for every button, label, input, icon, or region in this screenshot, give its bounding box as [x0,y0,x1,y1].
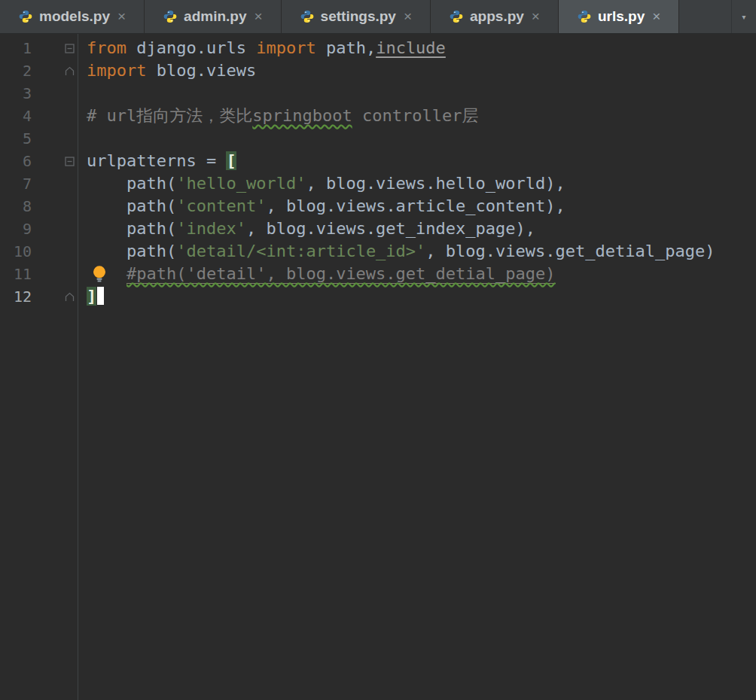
line-number: 4 [0,105,32,127]
line-number: 5 [0,127,32,150]
tab-label: settings.py [321,8,396,25]
code-line-4[interactable]: # url指向方法，类比springboot controller层 [78,105,756,127]
code-line-6[interactable]: urlpatterns = [ [78,150,756,172]
fold-spacer [61,82,78,105]
code-token: # url指向方法，类比 [87,106,252,125]
tab-list-dropdown-icon[interactable]: ▾ [731,0,756,33]
code-token: blog.views [146,61,256,80]
tab-label: models.py [39,8,110,25]
line-number: 6 [0,150,32,172]
ide-window: { "tab_bar": { "tabs": [ {"label": "mode… [0,0,756,700]
code-token: , blog.views.hello_world), [306,174,565,193]
fold-spacer [61,218,78,240]
code-token: include [376,38,446,57]
code-area[interactable]: from django.urls import path,includeimpo… [78,34,756,700]
line-number: 12 [0,285,32,308]
tab-label: urls.py [598,8,645,25]
line-number: 10 [0,240,32,263]
text-caret [97,287,104,305]
tab-close-icon[interactable]: × [652,8,660,25]
python-file-icon [163,9,178,24]
code-token: ] [87,287,96,306]
code-token: 'content' [176,196,266,215]
code-token: path, [316,38,376,57]
python-file-icon [449,9,464,24]
python-file-icon [18,9,33,24]
line-number: 3 [0,82,32,105]
tab-label: admin.py [184,8,246,25]
python-file-icon [577,9,592,24]
code-token: django.urls [127,38,256,57]
tab-settings-py[interactable]: settings.py× [282,0,431,33]
line-number: 7 [0,172,32,195]
fold-spacer [61,127,78,150]
code-token: 'index' [176,219,246,238]
code-token: urlpatterns = [87,151,226,170]
code-line-1[interactable]: from django.urls import path,include [78,37,756,59]
tab-close-icon[interactable]: × [404,8,412,25]
code-line-11[interactable]: #path('detail', blog.views.get_detial_pa… [78,263,756,285]
code-token: , blog.views.get_detial_page) [425,242,715,260]
tab-label: apps.py [470,8,524,25]
code-line-2[interactable]: import blog.views [78,59,756,82]
code-token: springboot [252,106,352,125]
code-token: , blog.views.article_content), [266,196,565,215]
code-line-9[interactable]: path('index', blog.views.get_index_page)… [78,218,756,240]
line-number: 9 [0,218,32,240]
tab-close-icon[interactable]: × [117,8,126,25]
fold-spacer [61,240,78,263]
code-line-7[interactable]: path('hello_world', blog.views.hello_wor… [78,172,756,195]
line-number: 8 [0,195,32,218]
code-token: path( [87,242,176,260]
code-token: controller层 [352,106,479,125]
tab-urls-py[interactable]: urls.py× [559,0,679,33]
line-number: 1 [0,37,32,59]
code-line-8[interactable]: path('content', blog.views.article_conte… [78,195,756,218]
fold-spacer [61,263,78,285]
code-line-5[interactable] [78,127,756,150]
code-token: path( [87,219,176,238]
python-file-icon [300,9,315,24]
code-token: , blog.views.get_index_page), [246,219,535,238]
fold-start-icon[interactable] [61,150,78,172]
editor-gutter: 123456789101112 [0,34,78,700]
code-token: 'hello_world' [176,174,306,193]
code-line-10[interactable]: path('detail/<int:article_id>', blog.vie… [78,240,756,263]
tab-models-py[interactable]: models.py× [0,0,145,33]
fold-start-icon[interactable] [61,37,78,59]
fold-spacer [61,172,78,195]
fold-end-icon[interactable] [61,285,78,308]
line-number: 11 [0,263,32,285]
code-token: import [256,38,316,57]
intention-bulb-icon[interactable] [91,265,108,283]
code-token: import [87,61,146,80]
code-token: #path('detail', blog.views.get_detial_pa… [127,264,556,284]
tab-close-icon[interactable]: × [255,8,263,25]
tab-admin-py[interactable]: admin.py× [145,0,282,33]
tabs: models.py×admin.py×settings.py×apps.py×u… [0,0,679,33]
code-token: path( [87,174,176,193]
editor-tab-bar: models.py×admin.py×settings.py×apps.py×u… [0,0,756,34]
editor: 123456789101112 from django.urls import … [0,34,756,700]
code-token: from [87,38,127,57]
code-token: 'detail/<int:article_id>' [176,242,425,260]
tab-close-icon[interactable]: × [532,8,540,25]
fold-spacer [61,105,78,127]
tab-apps-py[interactable]: apps.py× [431,0,559,33]
code-token: path( [87,196,176,215]
line-number: 2 [0,59,32,82]
fold-spacer [61,195,78,218]
fold-end-icon[interactable] [61,59,78,82]
code-line-12[interactable]: ] [78,285,756,308]
code-line-3[interactable] [78,82,756,105]
code-token: [ [226,151,236,170]
